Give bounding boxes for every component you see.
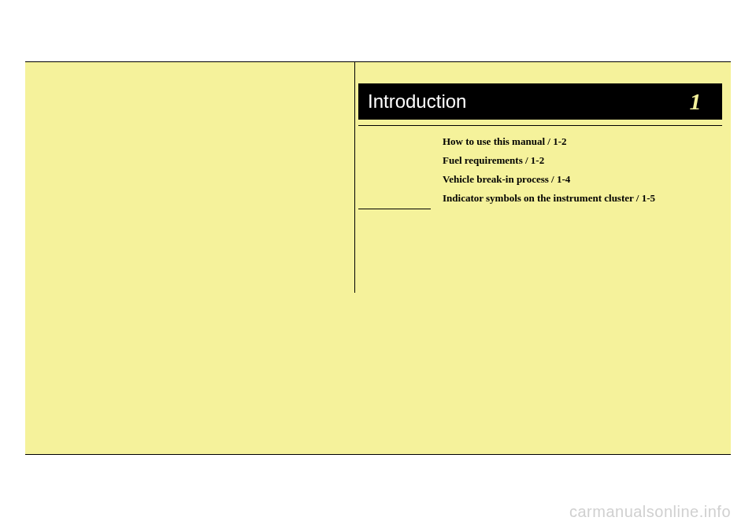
table-of-contents: How to use this manual / 1-2 Fuel requir… xyxy=(443,133,726,209)
toc-item: Vehicle break-in process / 1-4 xyxy=(443,171,726,188)
watermark: carmanualsonline.info xyxy=(569,503,731,521)
chapter-title-bar: Introduction 1 xyxy=(358,83,722,120)
chapter-number: 1 xyxy=(690,88,702,115)
toc-divider-bottom xyxy=(358,209,431,209)
chapter-badge: 1 xyxy=(669,83,722,120)
chapter-title: Introduction xyxy=(368,91,466,113)
manual-page: Introduction 1 How to use this manual / … xyxy=(25,61,731,455)
toc-item: Indicator symbols on the instrument clus… xyxy=(443,190,726,207)
toc-item: Fuel requirements / 1-2 xyxy=(443,152,726,169)
vertical-divider xyxy=(354,62,355,293)
toc-divider-top xyxy=(358,125,722,126)
toc-item: How to use this manual / 1-2 xyxy=(443,133,726,150)
